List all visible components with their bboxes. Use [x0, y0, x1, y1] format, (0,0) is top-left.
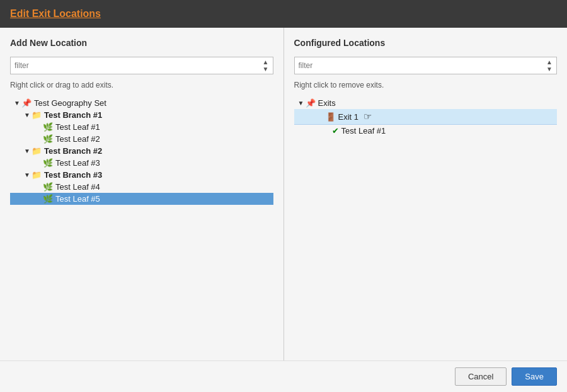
leaf-4-row[interactable]: 🌿 Test Leaf #4 — [10, 181, 273, 193]
root-toggle[interactable]: ▼ — [13, 100, 21, 107]
right-tree: ▼ 📌 Exits 🚪 Exit 1 ☞ ✔ Test Leaf #1 — [294, 97, 558, 382]
save-button[interactable]: Save — [512, 367, 557, 386]
branch-3-toggle[interactable]: ▼ — [23, 171, 32, 178]
check-icon: ✔ — [332, 126, 339, 135]
right-filter-up[interactable]: ▲ — [546, 59, 553, 66]
leaf-4-label: Test Leaf #4 — [55, 182, 100, 192]
leaf-5-row[interactable]: 🌿 Test Leaf #5 — [10, 193, 273, 205]
left-panel-title: Add New Location — [10, 38, 273, 48]
leaf-1-row[interactable]: 🌿 Test Leaf #1 — [10, 121, 273, 133]
exit-1-icon: 🚪 — [326, 112, 336, 122]
leaf-4-icon: 🌿 — [43, 182, 53, 192]
exit-1-leaf-row: ✔ Test Leaf #1 — [294, 125, 558, 137]
exits-root-toggle[interactable]: ▼ — [297, 100, 306, 107]
page-title: Edit Exit Locations — [10, 8, 101, 20]
exits-root: ▼ 📌 Exits — [294, 97, 558, 109]
main-content: Add New Location ▲ ▼ Right click or drag… — [0, 28, 567, 392]
branch-3-icon: 📁 — [32, 170, 42, 180]
exits-root-label: Exits — [318, 98, 336, 108]
leaf-1-label: Test Leaf #1 — [55, 122, 100, 132]
bottom-bar: Cancel Save — [0, 360, 567, 392]
root-label: Test Geography Set — [34, 98, 106, 108]
leaf-5-label: Test Leaf #5 — [55, 194, 100, 204]
right-filter-input[interactable] — [299, 61, 547, 70]
tree-root: ▼ 📌 Test Geography Set — [10, 97, 273, 109]
branch-2-label: Test Branch #2 — [44, 146, 102, 156]
branch-3-label: Test Branch #3 — [44, 170, 102, 180]
right-panel-title: Configured Locations — [294, 38, 558, 48]
branch-1-label: Test Branch #1 — [44, 110, 102, 120]
right-panel: Configured Locations ▲ ▼ Right click to … — [284, 28, 568, 392]
right-hint: Right click to remove exits. — [294, 81, 558, 89]
left-tree: ▼ 📌 Test Geography Set ▼ 📁 Test Branch #… — [10, 97, 273, 382]
left-filter-down[interactable]: ▼ — [263, 66, 269, 72]
exits-root-icon: 📌 — [306, 98, 316, 108]
hand-cursor-icon: ☞ — [364, 111, 372, 122]
left-hint: Right click or drag to add exits. — [10, 81, 273, 89]
exit-1-label: Exit 1 — [338, 112, 359, 122]
left-filter-up[interactable]: ▲ — [263, 59, 269, 66]
root-icon: 📌 — [21, 98, 32, 108]
leaf-5-icon: 🌿 — [43, 194, 53, 204]
branch-1-row: ▼ 📁 Test Branch #1 — [10, 109, 273, 121]
leaf-2-row[interactable]: 🌿 Test Leaf #2 — [10, 133, 273, 145]
cancel-button[interactable]: Cancel — [455, 367, 507, 386]
leaf-3-row[interactable]: 🌿 Test Leaf #3 — [10, 157, 273, 169]
exit-1-leaf-label: Test Leaf #1 — [341, 126, 386, 135]
exit-1-row[interactable]: 🚪 Exit 1 ☞ — [294, 109, 558, 125]
right-filter-down[interactable]: ▼ — [546, 66, 553, 72]
branch-1-toggle[interactable]: ▼ — [23, 112, 32, 118]
branch-3-row: ▼ 📁 Test Branch #3 — [10, 169, 273, 181]
branch-2-row: ▼ 📁 Test Branch #2 — [10, 145, 273, 157]
leaf-3-label: Test Leaf #3 — [55, 158, 100, 168]
title-bar: Edit Exit Locations — [0, 0, 567, 28]
right-filter-arrows: ▲ ▼ — [546, 59, 553, 72]
left-filter-input[interactable] — [14, 61, 263, 70]
right-filter-bar: ▲ ▼ — [294, 57, 558, 74]
leaf-2-label: Test Leaf #2 — [55, 134, 100, 144]
left-filter-bar: ▲ ▼ — [10, 57, 273, 74]
left-panel: Add New Location ▲ ▼ Right click or drag… — [0, 28, 284, 392]
leaf-2-icon: 🌿 — [43, 134, 53, 144]
leaf-1-icon: 🌿 — [43, 122, 53, 132]
branch-2-toggle[interactable]: ▼ — [23, 147, 32, 154]
leaf-3-icon: 🌿 — [43, 158, 53, 168]
branch-1-icon: 📁 — [32, 110, 42, 120]
left-filter-arrows: ▲ ▼ — [263, 59, 269, 72]
branch-2-icon: 📁 — [32, 146, 42, 156]
